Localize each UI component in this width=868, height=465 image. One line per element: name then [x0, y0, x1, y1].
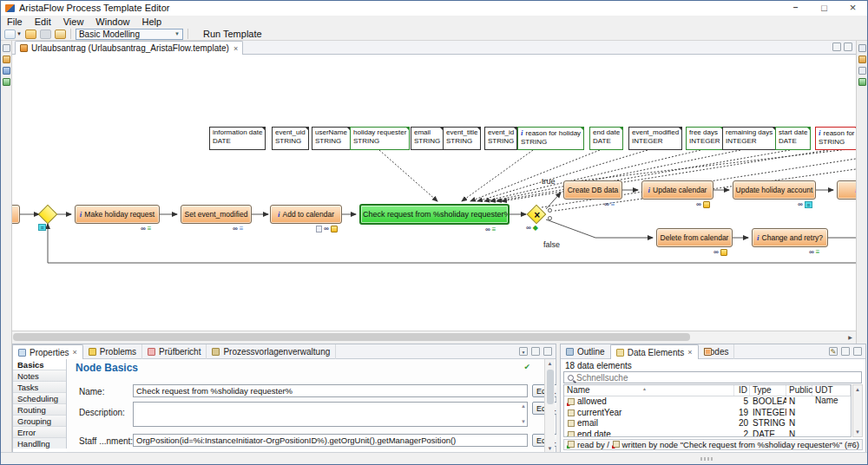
table-scrollbar[interactable]: ▲ ▼ — [852, 384, 863, 437]
scrollbar-thumb[interactable] — [13, 333, 690, 341]
template-view-icon[interactable] — [3, 56, 10, 63]
maximize-editor-icon[interactable] — [844, 43, 852, 51]
process-canvas[interactable]: information dateDATE event_uidSTRING use… — [12, 55, 856, 331]
data-element-box[interactable]: event_uidSTRING — [272, 127, 309, 150]
scroll-up-icon[interactable]: ▲ — [545, 359, 555, 368]
false-port[interactable] — [548, 216, 552, 220]
data-element-box[interactable]: reason for holidaySTRING — [517, 127, 584, 150]
process-node[interactable]: Update holiday account — [733, 180, 816, 200]
process-node[interactable]: Change and retry? — [752, 228, 828, 247]
maximize-panel-icon[interactable] — [853, 347, 862, 356]
minimize-panel-icon[interactable] — [531, 347, 540, 356]
tab-outline[interactable]: Outline — [561, 344, 611, 359]
modelling-mode-select[interactable]: Basic Modelling ▼ — [76, 29, 183, 40]
run-template-button[interactable]: Run Template — [198, 29, 267, 40]
table-row[interactable]: allowed 5BOOLEANN — [564, 396, 851, 408]
tab-close-icon[interactable]: × — [233, 44, 238, 53]
tab-urlaubsantrag[interactable]: Urlaubsantrag (Urlaubsantrag_AristaFlow.… — [15, 41, 243, 55]
close-button[interactable] — [838, 1, 867, 16]
open-icon[interactable] — [25, 29, 36, 39]
data-element-box[interactable]: remaining daysINTEGER — [722, 127, 776, 150]
process-node[interactable]: Create DB data — [563, 180, 622, 200]
section-tasks[interactable]: Tasks — [13, 382, 66, 393]
maximize-button[interactable] — [810, 1, 838, 16]
minimize-panel-icon[interactable] — [841, 347, 850, 356]
data-element-box[interactable]: event_titleSTRING — [443, 127, 481, 150]
scroll-down-icon[interactable]: ▼ — [853, 428, 862, 436]
save-icon[interactable] — [40, 29, 51, 39]
new-dropdown-icon[interactable]: ▼ — [16, 31, 22, 36]
menu-edit[interactable]: Edit — [29, 16, 57, 28]
table-row[interactable]: end date 2DATEN — [564, 429, 851, 438]
publish-icon[interactable] — [55, 29, 66, 39]
col-type[interactable]: Type — [750, 385, 786, 396]
palette-view-icon[interactable] — [858, 56, 866, 63]
process-view-icon[interactable] — [3, 78, 10, 86]
scroll-right-icon[interactable] — [845, 332, 855, 342]
data-element-box[interactable]: start dateDATE — [775, 127, 811, 150]
data-element-box[interactable]: end dateDATE — [589, 127, 623, 150]
process-node[interactable]: Add to calendar — [270, 205, 342, 224]
menu-window[interactable]: Window — [89, 16, 135, 28]
properties-scrollbar[interactable]: ▲ ▼ — [544, 359, 555, 453]
scrollbar-thumb[interactable] — [547, 370, 554, 404]
true-port[interactable] — [548, 208, 552, 213]
col-public[interactable]: Public — [786, 385, 812, 396]
tab-data-elements[interactable]: Data Elements× — [610, 344, 699, 359]
process-node[interactable]: Set event_modified — [181, 205, 252, 224]
data-element-box[interactable]: event_idSTRING — [484, 127, 517, 150]
data-element-box[interactable]: userNameSTRING — [312, 127, 351, 150]
section-notes[interactable]: Notes — [13, 370, 66, 382]
data-element-box[interactable]: information dateDATE — [209, 127, 266, 150]
restore-view-icon[interactable] — [858, 44, 866, 52]
canvas-horizontal-scrollbar[interactable] — [12, 331, 856, 342]
new-template-icon[interactable] — [4, 29, 16, 39]
table-row[interactable]: email 20STRINGN — [564, 418, 851, 429]
tab-pruefbericht[interactable]: Prüfbericht — [142, 344, 207, 359]
data-element-box[interactable]: free daysINTEGER — [686, 127, 724, 150]
table-row[interactable]: currentYear 19INTEGERN — [564, 408, 851, 419]
menu-help[interactable]: Help — [135, 16, 168, 28]
process-node[interactable]: Make holiday request — [75, 205, 160, 224]
data-element-box[interactable]: emailSTRING — [411, 127, 444, 150]
data-element-box[interactable]: holiday requesterSTRING — [350, 127, 410, 150]
tab-properties[interactable]: Properties× — [12, 344, 83, 359]
selected-process-node[interactable]: Check request from %sholiday requester% — [359, 204, 510, 225]
tab-close-icon[interactable]: × — [687, 348, 692, 357]
tab-close-icon[interactable]: × — [73, 348, 77, 357]
view-menu-icon[interactable] — [519, 347, 528, 356]
scroll-up-icon[interactable]: ▲ — [853, 385, 862, 394]
edit-mode-icon[interactable] — [829, 347, 838, 356]
col-name[interactable]: Name▲ — [564, 385, 734, 396]
statusbar-grip[interactable] — [700, 457, 713, 461]
tab-prozessvorlagenverwaltung[interactable]: Prozessvorlagenverwaltung — [207, 344, 336, 359]
quick-search-box[interactable] — [563, 371, 862, 383]
menu-view[interactable]: View — [57, 16, 90, 28]
restore-view-icon[interactable] — [3, 44, 10, 52]
tab-problems[interactable]: Problems — [83, 344, 142, 359]
name-field[interactable] — [133, 384, 528, 397]
staff-assignment-field[interactable] — [133, 434, 528, 447]
search-input[interactable] — [576, 373, 861, 383]
tab-nodes[interactable]: Nodes — [699, 344, 735, 359]
start-node[interactable] — [12, 205, 20, 224]
minimize-editor-icon[interactable] — [832, 43, 841, 51]
process-node[interactable]: Update calendar — [641, 180, 713, 200]
section-scheduling[interactable]: Scheduling — [13, 393, 66, 404]
section-routing[interactable]: Routing — [13, 404, 66, 416]
textarea-scroll-down-icon[interactable]: ▼ — [519, 419, 528, 424]
restore-view-icon[interactable] — [858, 67, 866, 75]
data-element-box[interactable]: event_modifiedINTEGER — [628, 127, 682, 150]
data-element-box[interactable]: reason forSTRING — [815, 127, 856, 150]
process-node[interactable]: Delete from calendar — [656, 228, 733, 247]
description-field[interactable] — [133, 402, 528, 427]
textarea-scroll-up-icon[interactable]: ▲ — [519, 403, 528, 409]
org-model-view-icon[interactable] — [3, 67, 10, 75]
menu-file[interactable]: File — [1, 16, 29, 28]
section-basics[interactable]: Basics — [13, 359, 66, 370]
data-view-icon[interactable] — [858, 78, 866, 86]
section-error-handling[interactable]: Error Handling — [13, 427, 66, 438]
maximize-panel-icon[interactable] — [543, 347, 552, 356]
section-grouping[interactable]: Grouping — [13, 416, 66, 427]
process-node[interactable]: In — [837, 180, 856, 200]
